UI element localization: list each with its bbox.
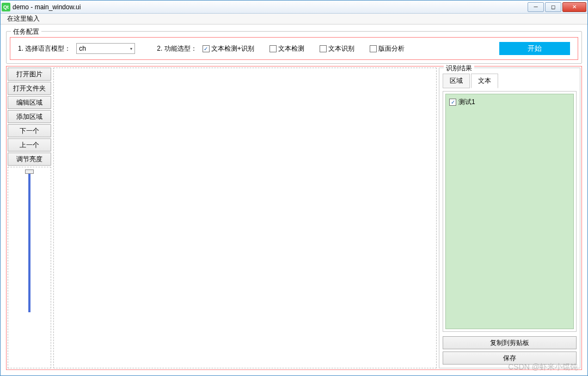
copy-clipboard-button[interactable]: 复制到剪贴板 bbox=[443, 336, 577, 349]
results-actions: 复制到剪贴板 保存 bbox=[443, 336, 577, 365]
brightness-slider[interactable] bbox=[8, 167, 51, 368]
result-item-1[interactable]: ✓ 测试1 bbox=[449, 98, 570, 107]
minimize-button[interactable]: ─ bbox=[528, 2, 544, 12]
close-button[interactable]: ✕ bbox=[562, 2, 586, 12]
config-group-title: 任务配置 bbox=[11, 27, 41, 37]
menubar: 在这里输入 bbox=[1, 14, 587, 25]
results-title: 识别结果 bbox=[444, 64, 474, 73]
left-toolbar: 打开图片 打开文件夹 编辑区域 添加区域 下一个 上一个 调节亮度 bbox=[8, 68, 51, 368]
checkbox-icon bbox=[370, 45, 377, 52]
checkbox-icon: ✓ bbox=[203, 45, 210, 52]
tab-region[interactable]: 区域 bbox=[443, 74, 470, 88]
results-tabs: 区域 文本 bbox=[443, 74, 577, 88]
option-label: 文本检测+识别 bbox=[211, 44, 254, 53]
window-title: demo - main_window.ui bbox=[13, 3, 528, 11]
next-button[interactable]: 下一个 bbox=[8, 124, 51, 137]
option-detect-recognize[interactable]: ✓ 文本检测+识别 bbox=[203, 44, 254, 53]
brightness-button[interactable]: 调节亮度 bbox=[8, 153, 51, 166]
checkbox-icon bbox=[270, 45, 277, 52]
tab-body: ✓ 测试1 bbox=[443, 91, 577, 332]
open-image-button[interactable]: 打开图片 bbox=[8, 68, 51, 81]
results-column: 识别结果 区域 文本 ✓ 测试1 复制到剪 bbox=[439, 68, 580, 368]
add-region-button[interactable]: 添加区域 bbox=[8, 110, 51, 123]
chevron-down-icon: ▾ bbox=[130, 46, 132, 51]
option-label: 文本识别 bbox=[328, 44, 354, 53]
window-controls: ─ ◻ ✕ bbox=[528, 2, 586, 12]
option-label: 文本检测 bbox=[278, 44, 304, 53]
result-label: 测试1 bbox=[458, 98, 475, 107]
results-list: ✓ 测试1 bbox=[445, 94, 574, 329]
tab-text[interactable]: 文本 bbox=[471, 74, 498, 88]
function-label: 2. 功能选型： bbox=[157, 44, 197, 53]
checkbox-icon bbox=[320, 45, 327, 52]
start-button[interactable]: 开始 bbox=[499, 42, 570, 55]
option-detect[interactable]: 文本检测 bbox=[270, 44, 304, 53]
save-button[interactable]: 保存 bbox=[443, 351, 577, 365]
checkbox-icon: ✓ bbox=[449, 99, 456, 106]
combo-value: ch bbox=[79, 45, 86, 52]
option-layout[interactable]: 版面分析 bbox=[370, 44, 405, 53]
edit-region-button[interactable]: 编辑区域 bbox=[8, 96, 51, 109]
titlebar: Qt demo - main_window.ui ─ ◻ ✕ bbox=[1, 1, 587, 14]
option-label: 版面分析 bbox=[378, 44, 405, 53]
prev-button[interactable]: 上一个 bbox=[8, 138, 51, 151]
results-group: 识别结果 区域 文本 ✓ 测试1 复制到剪 bbox=[439, 68, 580, 368]
menu-placeholder[interactable]: 在这里输入 bbox=[4, 13, 43, 25]
qt-icon: Qt bbox=[2, 3, 10, 11]
maximize-button[interactable]: ◻ bbox=[545, 2, 561, 12]
option-recognize[interactable]: 文本识别 bbox=[320, 44, 354, 53]
slider-thumb[interactable] bbox=[25, 169, 34, 174]
main-row: 打开图片 打开文件夹 编辑区域 添加区域 下一个 上一个 调节亮度 bbox=[6, 66, 582, 370]
canvas-placeholder[interactable] bbox=[53, 68, 437, 368]
image-view bbox=[53, 68, 437, 368]
language-combo[interactable]: ch ▾ bbox=[76, 43, 135, 54]
app-window: Qt demo - main_window.ui ─ ◻ ✕ 在这里输入 任务配… bbox=[0, 0, 588, 376]
client-area: 任务配置 1. 选择语言模型： ch ▾ 2. 功能选型： ✓ 文本检测+识别 … bbox=[1, 25, 587, 375]
config-row: 1. 选择语言模型： ch ▾ 2. 功能选型： ✓ 文本检测+识别 文本检测 bbox=[10, 37, 578, 60]
open-folder-button[interactable]: 打开文件夹 bbox=[8, 82, 51, 95]
model-label: 1. 选择语言模型： bbox=[18, 44, 71, 53]
config-group: 任务配置 1. 选择语言模型： ch ▾ 2. 功能选型： ✓ 文本检测+识别 … bbox=[6, 31, 582, 64]
